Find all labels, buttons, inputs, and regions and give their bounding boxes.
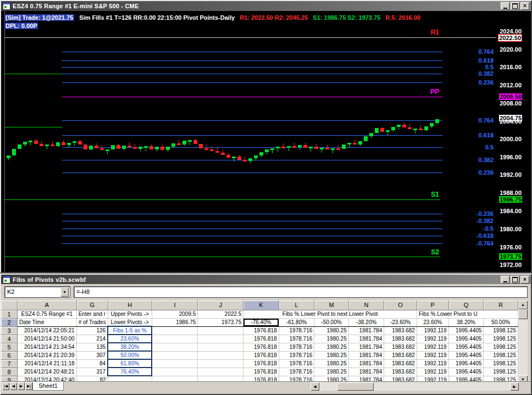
cell-H9[interactable] [108,376,152,381]
cell-G4[interactable]: 214 [76,335,108,343]
cell-L7[interactable]: 1978.716 [279,359,314,368]
cell-I5[interactable] [152,343,198,351]
cell-R9[interactable]: 1998.125 [484,376,518,381]
cell-R2[interactable]: 50.00% [484,318,518,326]
row-header-7[interactable]: 7 [1,359,17,368]
close-button[interactable]: × [520,2,529,10]
column-header-R[interactable]: R [484,301,518,310]
column-header-A[interactable]: A [17,301,76,310]
cell-I7[interactable] [152,359,198,368]
cell-H3[interactable]: Fibs 1-5 as % [108,326,152,335]
cell-I6[interactable] [152,351,198,359]
column-header-O[interactable]: O [384,301,417,310]
cell-Q6[interactable]: 1995.4405 [448,351,484,359]
cell-R6[interactable]: 1998.125 [484,351,518,359]
row-header-8[interactable]: 8 [1,368,17,376]
cell-R4[interactable]: 1998.125 [484,335,518,343]
select-all-corner[interactable] [1,301,17,310]
cell-I4[interactable] [152,335,198,343]
cell-K9[interactable]: 1976.818 [243,376,279,381]
cell-L8[interactable]: 1978.716 [279,368,314,376]
row-header-9[interactable]: 9 [1,376,17,381]
cell-M3[interactable]: 1980.25 [314,326,348,335]
row-header-5[interactable]: 5 [1,343,17,351]
cell-L6[interactable]: 1978.716 [279,351,314,359]
cell-Q7[interactable]: 1995.4405 [448,359,484,368]
column-header-M[interactable]: M [314,301,348,310]
column-header-Q[interactable]: Q [448,301,484,310]
cell-A2[interactable]: Date Time [17,318,76,326]
cell-O4[interactable]: 1983.682 [384,335,417,343]
cell-M6[interactable]: 1980.25 [314,351,348,359]
scroll-up-icon[interactable]: ▲ [518,301,528,309]
sheet-title-bar[interactable]: Fibs of Pivots v2b.scwbf × [1,275,531,285]
cell-J6[interactable] [198,351,243,359]
cell-J5[interactable] [198,343,243,351]
first-sheet-icon[interactable]: |◀ [2,382,9,390]
cell-H6[interactable]: 50.00% [108,351,152,359]
cell-G8[interactable]: 317 [76,368,108,376]
cell-K6[interactable]: 1976.818 [243,351,279,359]
cell-L4[interactable]: 1978.716 [279,335,314,343]
cell-Q2[interactable]: 38.20% [448,318,484,326]
cell-I8[interactable] [152,368,198,376]
cell-R7[interactable]: 1998.125 [484,359,518,368]
last-sheet-icon[interactable]: ▶| [25,382,32,390]
vertical-scroll-thumb[interactable] [518,309,528,319]
cell-J1[interactable]: 2022.5 [198,310,243,318]
scroll-right-icon[interactable]: ▶ [510,382,519,391]
cell-J3[interactable] [198,326,243,335]
cell-N6[interactable]: 1981.784 [348,351,384,359]
cell-P8[interactable]: 1992.119 [417,368,448,376]
cell-Q9[interactable]: 1995.4405 [448,376,484,381]
cell-J4[interactable] [198,335,243,343]
horizontal-scroll-thumb[interactable] [337,382,374,391]
maximize-button[interactable] [511,2,519,10]
cell-O3[interactable]: 1983.682 [384,326,417,335]
cell-Q5[interactable]: 1995.4405 [448,343,484,351]
cell-R3[interactable]: 1998.125 [484,326,518,335]
cell-O9[interactable]: 1983.682 [384,376,417,381]
cell-I3[interactable] [152,326,198,335]
cell-A9[interactable]: 2014/12/14 20:42:40 [17,376,76,381]
cell-N3[interactable]: 1981.784 [348,326,384,335]
chart-title-bar[interactable]: ESZ4 0.75 Range #1 E-mini S&P 500 - CME … [1,1,531,11]
formula-input[interactable]: =-H8 [74,286,528,298]
maximize-button[interactable] [511,276,519,283]
cell-I1[interactable]: 2009.5 [152,310,198,318]
cell-A1[interactable]: ESZ4 0.75 Range #1 [17,310,76,318]
cell-A7[interactable]: 2014/12/14 21:11:18 [17,359,76,368]
cell-G6[interactable]: 307 [76,351,108,359]
column-header-J[interactable]: J [198,301,243,310]
cell-N7[interactable]: 1981.784 [348,359,384,368]
cell-P9[interactable]: 1992.119 [417,376,448,381]
cell-R5[interactable]: 1998.125 [484,343,518,351]
prev-sheet-icon[interactable]: ◀ [10,382,17,390]
cell-K7[interactable]: 1976.818 [243,359,279,368]
row-header-6[interactable]: 6 [1,351,17,359]
cell-P2[interactable]: 23.60% [417,318,448,326]
cell-K3[interactable]: 1976.818 [243,326,279,335]
cell-G5[interactable]: 135 [76,343,108,351]
cell-A5[interactable]: 2014/12/14 21:34:54 [17,343,76,351]
cell-G7[interactable]: 84 [76,359,108,368]
cell-P3[interactable]: 1992.119 [417,326,448,335]
cell-P1-R1[interactable]: Fibs % Lower Pivot to U [417,310,518,318]
column-header-I[interactable]: I [152,301,198,310]
next-sheet-icon[interactable]: ▶ [18,382,25,390]
cell-N9[interactable]: 1981.784 [348,376,384,381]
cell-I2[interactable]: 1986.75 [152,318,198,326]
cell-M9[interactable]: 1980.25 [314,376,348,381]
cell-J2[interactable]: 1973.75 [198,318,243,326]
cell-H8[interactable]: 76.40% [108,368,152,376]
cell-R8[interactable]: 1998.125 [484,368,518,376]
cell-H5[interactable]: 38.20% [108,343,152,351]
cell-O8[interactable]: 1983.682 [384,368,417,376]
cell-J9[interactable] [198,376,243,381]
row-header-4[interactable]: 4 [1,335,17,343]
cell-H7[interactable]: 61.80% [108,359,152,368]
column-header-N[interactable]: N [348,301,384,310]
cell-A3[interactable]: 2014/12/14 22:05:21 [17,326,76,335]
cell-A4[interactable]: 2014/12/14 21:50:00 [17,335,76,343]
cell-A8[interactable]: 2014/12/14 20:48:21 [17,368,76,376]
